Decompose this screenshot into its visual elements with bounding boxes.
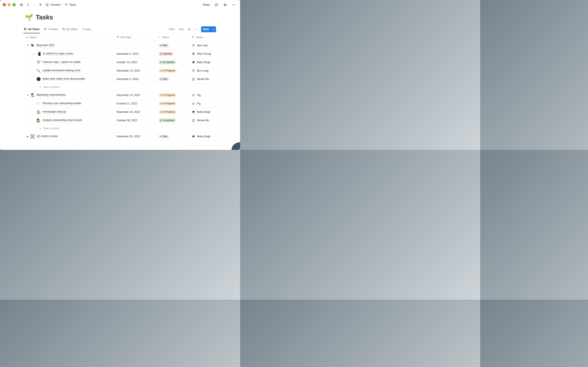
- hamburger-icon[interactable]: [19, 2, 24, 7]
- due-date-cell[interactable]: November 19, 2022: [114, 108, 156, 116]
- status-badge[interactable]: New: [158, 77, 169, 81]
- status-cell[interactable]: New: [156, 132, 189, 141]
- status-badge[interactable]: In Progress: [158, 93, 177, 97]
- due-date-cell[interactable]: [114, 41, 156, 50]
- status-cell[interactable]: Completed: [156, 116, 189, 125]
- row-toggle[interactable]: ▶: [26, 134, 30, 138]
- status-badge[interactable]: In Progress: [158, 69, 177, 73]
- status-cell[interactable]: New: [156, 41, 189, 50]
- name-cell[interactable]: 🔍 Update workspace setting icons: [24, 67, 114, 75]
- status-cell[interactable]: Overdue: [156, 50, 189, 58]
- name-cell[interactable]: ▶ 📲 UI refresh for login screen: [24, 50, 114, 58]
- assign-cell[interactable]: Nicole Wu: [189, 75, 240, 83]
- due-date-cell[interactable]: December 14, 2022: [114, 67, 156, 75]
- table-row[interactable]: 🔍 Update workspace setting icons Decembe…: [24, 67, 240, 75]
- column-header-due-date[interactable]: Due Date: [114, 33, 156, 41]
- row-toggle[interactable]: ▼: [26, 44, 30, 47]
- share-button[interactable]: Share: [203, 3, 210, 6]
- status-badge[interactable]: In Progress: [158, 110, 177, 114]
- table-row[interactable]: ✂️ Improve copy + paste on mobile Octobe…: [24, 58, 240, 67]
- due-date-cell[interactable]: November 25, 2022: [114, 132, 156, 141]
- assign-cell[interactable]: Bella Singh: [189, 108, 240, 116]
- name-cell[interactable]: ✂️ Improve copy + paste on mobile: [24, 58, 114, 66]
- status-cell[interactable]: In Progress: [156, 91, 189, 99]
- filter-button[interactable]: Filter: [169, 28, 175, 31]
- new-tab-icon[interactable]: [38, 2, 43, 7]
- column-header-name[interactable]: Aa Name: [24, 33, 114, 41]
- row-title-link[interactable]: Revamp user onboarding emails: [43, 102, 81, 106]
- row-title-link[interactable]: Make dark mode more discoverable: [43, 77, 85, 81]
- breadcrumb-item-tasks[interactable]: 🌱 Tasks: [64, 3, 76, 7]
- status-badge[interactable]: New: [158, 134, 169, 139]
- view-options-icon[interactable]: [195, 28, 198, 31]
- minimize-window-button[interactable]: [8, 3, 11, 6]
- sort-button[interactable]: Sort: [179, 28, 184, 31]
- name-cell[interactable]: 🕵️ Analyze onboarding email results: [24, 116, 114, 125]
- table-row[interactable]: 🏠 Homepage cleanup November 19, 2022 In …: [24, 108, 240, 116]
- tab-timeline[interactable]: Timeline: [44, 25, 58, 33]
- name-cell[interactable]: ✉️ Revamp user onboarding emails: [24, 100, 114, 108]
- history-icon[interactable]: [214, 2, 219, 7]
- tab-all-tasks[interactable]: All Tasks: [24, 25, 40, 33]
- column-header-status[interactable]: Status: [156, 33, 189, 41]
- status-badge[interactable]: In Progress: [158, 101, 177, 106]
- close-window-button[interactable]: [3, 3, 6, 6]
- row-title-link[interactable]: UI refresh for login screen: [43, 52, 73, 56]
- star-icon[interactable]: [223, 2, 227, 7]
- table-row[interactable]: ▶ 💽 Q3 metrics review November 25, 2022 …: [24, 132, 240, 141]
- status-cell[interactable]: In Progress: [156, 67, 189, 75]
- assign-cell[interactable]: Alex Hao: [189, 41, 240, 50]
- status-cell[interactable]: In Progress: [156, 108, 189, 116]
- tab-by-status[interactable]: By Status: [62, 25, 78, 33]
- table-row[interactable]: 🕵️ Analyze onboarding email results Octo…: [24, 116, 240, 125]
- column-header-assign[interactable]: Assign: [189, 33, 240, 41]
- chevron-down-icon[interactable]: [211, 26, 216, 32]
- due-date-cell[interactable]: December 14, 2022: [114, 91, 156, 99]
- zoom-window-button[interactable]: [12, 3, 16, 6]
- new-button-label[interactable]: New: [201, 26, 211, 32]
- search-icon[interactable]: [188, 28, 191, 31]
- name-cell[interactable]: ▶ 💽 Q3 metrics review: [24, 132, 114, 141]
- assign-cell[interactable]: Fig: [189, 91, 240, 99]
- row-title-link[interactable]: Q3 metrics review: [36, 134, 58, 138]
- name-cell[interactable]: ▼ 👨‍🎨 Marketing improvements: [24, 91, 114, 99]
- due-date-cell[interactable]: October 14, 2022: [114, 58, 156, 66]
- assign-cell[interactable]: Bella Singh: [189, 132, 240, 141]
- table-row[interactable]: ▼ 🪲 Bug bash 2022 New Alex Hao: [24, 41, 240, 50]
- status-cell[interactable]: In Progress: [156, 100, 189, 108]
- row-title-link[interactable]: Update workspace setting icons: [43, 69, 80, 73]
- forward-icon[interactable]: [32, 2, 37, 7]
- status-cell[interactable]: New: [156, 75, 189, 83]
- status-badge[interactable]: Completed: [158, 60, 176, 64]
- more-views-button[interactable]: 3 more...: [82, 28, 93, 31]
- assign-cell[interactable]: Ben Lang: [189, 67, 240, 75]
- row-title-link[interactable]: Marketing improvements: [36, 93, 66, 97]
- new-sub-item-row[interactable]: New sub-item: [24, 125, 240, 132]
- assign-cell[interactable]: Nicole Wu: [189, 116, 240, 125]
- table-row[interactable]: ✉️ Revamp user onboarding emails October…: [24, 100, 240, 108]
- status-cell[interactable]: Completed: [156, 58, 189, 66]
- row-toggle[interactable]: ▶: [32, 52, 36, 56]
- due-date-cell[interactable]: December 3, 2022: [114, 75, 156, 83]
- new-button[interactable]: New: [201, 26, 216, 32]
- table-row[interactable]: 🌑 Make dark mode more discoverable Decem…: [24, 75, 240, 83]
- assign-cell[interactable]: Bella Singh: [189, 58, 240, 66]
- due-date-cell[interactable]: October 21, 2022: [114, 100, 156, 108]
- row-title-link[interactable]: Analyze onboarding email results: [43, 118, 82, 122]
- name-cell[interactable]: 🌑 Make dark mode more discoverable: [24, 75, 114, 83]
- breadcrumb-item-general[interactable]: General: [45, 3, 60, 7]
- row-toggle[interactable]: ▼: [26, 93, 30, 97]
- back-icon[interactable]: [26, 2, 30, 7]
- new-sub-item-row[interactable]: New sub-item: [24, 83, 240, 91]
- row-title-link[interactable]: Improve copy + paste on mobile: [43, 60, 81, 64]
- name-cell[interactable]: ▼ 🪲 Bug bash 2022: [24, 41, 114, 50]
- assign-cell[interactable]: Fig: [189, 100, 240, 108]
- table-row[interactable]: ▶ 📲 UI refresh for login screen December…: [24, 50, 240, 58]
- status-badge[interactable]: Completed: [158, 118, 176, 123]
- ellipsis-icon[interactable]: [232, 2, 236, 7]
- name-cell[interactable]: 🏠 Homepage cleanup: [24, 108, 114, 116]
- due-date-cell[interactable]: December 2, 2022: [114, 50, 156, 58]
- assign-cell[interactable]: Won Chung: [189, 50, 240, 58]
- due-date-cell[interactable]: October 28, 2022: [114, 116, 156, 125]
- table-row[interactable]: ▼ 👨‍🎨 Marketing improvements December 14…: [24, 91, 240, 100]
